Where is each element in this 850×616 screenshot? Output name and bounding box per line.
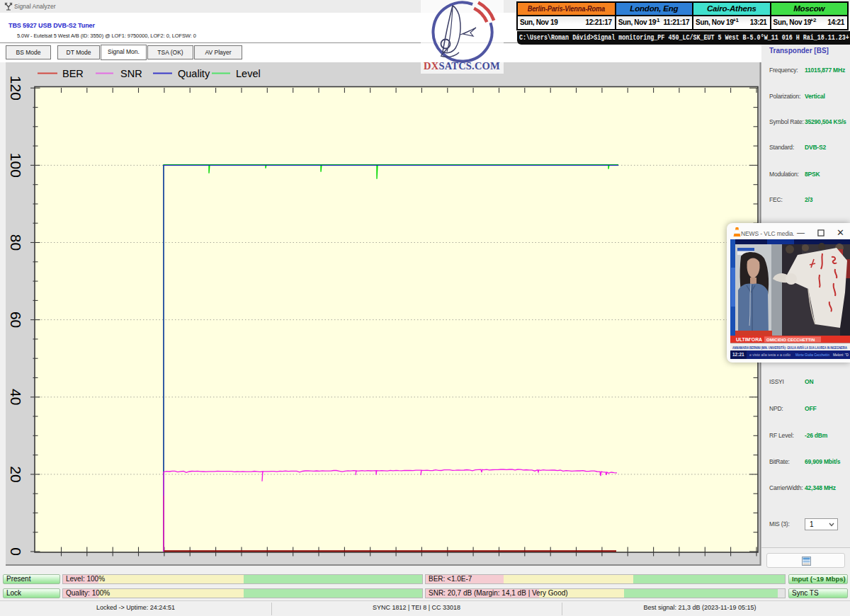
svg-text:Morte Giulia Cecchettin: Morte Giulia Cecchettin xyxy=(795,353,829,357)
svg-text:120: 120 xyxy=(8,76,24,101)
svg-text:SNR: SNR xyxy=(120,68,142,79)
svg-text:DXSATCS.COM: DXSATCS.COM xyxy=(424,60,500,72)
svg-text:12:21: 12:21 xyxy=(732,352,744,357)
svg-text:0: 0 xyxy=(8,547,24,556)
svg-text:ANNAMARIA BERNINI (MIN. UNIVER: ANNAMARIA BERNINI (MIN. UNIVERSITÀ): GIU… xyxy=(732,346,847,350)
svg-text:OMICIDIO CECCHETTIN: OMICIDIO CECCHETTIN xyxy=(766,338,815,342)
svg-text:ULTIM'ORA: ULTIM'ORA xyxy=(736,337,762,342)
svg-text:e visto alla testa e a collo: e visto alla testa e a collo xyxy=(749,353,790,357)
svg-text:100: 100 xyxy=(8,153,24,178)
svg-text:80: 80 xyxy=(8,234,24,251)
svg-text:40: 40 xyxy=(8,389,24,405)
svg-text:60: 60 xyxy=(8,312,24,328)
svg-text:20: 20 xyxy=(8,466,24,482)
svg-text:Level: Level xyxy=(236,68,261,79)
svg-text:BER: BER xyxy=(62,68,84,79)
svg-text:Meloni: "D: Meloni: "D xyxy=(833,353,849,357)
svg-text:Quality: Quality xyxy=(178,68,210,79)
